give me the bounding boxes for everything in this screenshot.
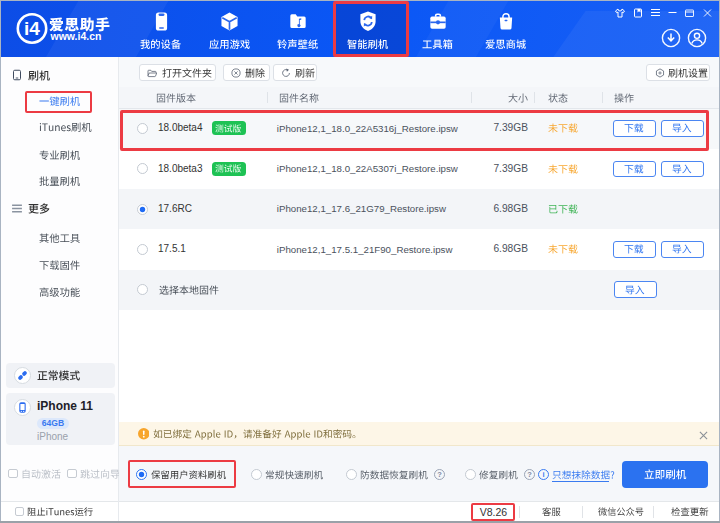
svg-text:?: ? [527, 470, 532, 479]
svg-text:i4: i4 [24, 18, 40, 39]
svg-text:?: ? [437, 470, 442, 479]
svg-text:i: i [543, 470, 545, 479]
